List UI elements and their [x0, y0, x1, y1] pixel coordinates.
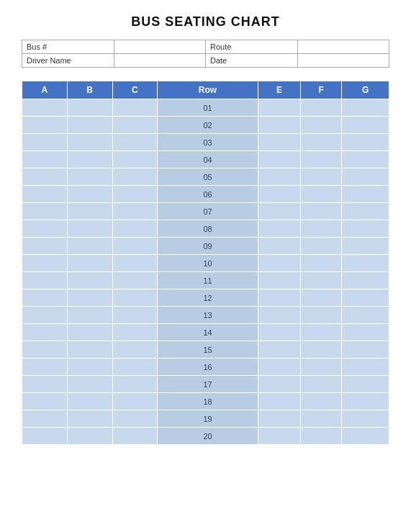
seat-cell-F-20[interactable]	[301, 428, 342, 445]
seat-cell-A-03[interactable]	[22, 134, 68, 151]
seat-cell-E-03[interactable]	[258, 134, 301, 151]
seat-cell-A-05[interactable]	[22, 168, 68, 186]
seat-cell-B-15[interactable]	[67, 341, 112, 359]
seat-cell-G-11[interactable]	[342, 272, 389, 289]
seat-cell-F-01[interactable]	[301, 99, 342, 117]
seat-cell-E-06[interactable]	[258, 186, 301, 203]
seat-cell-F-17[interactable]	[301, 376, 342, 393]
seat-cell-G-13[interactable]	[342, 307, 389, 324]
seat-cell-G-12[interactable]	[342, 289, 389, 307]
seat-cell-C-02[interactable]	[112, 117, 158, 134]
seat-cell-B-19[interactable]	[67, 410, 112, 428]
seat-cell-G-16[interactable]	[342, 359, 389, 376]
seat-cell-E-04[interactable]	[258, 151, 301, 168]
seat-cell-C-05[interactable]	[112, 168, 158, 186]
seat-cell-B-08[interactable]	[67, 220, 112, 238]
seat-cell-A-10[interactable]	[22, 255, 68, 272]
seat-cell-E-17[interactable]	[258, 376, 301, 393]
seat-cell-A-09[interactable]	[22, 238, 68, 255]
seat-cell-A-13[interactable]	[22, 307, 68, 324]
seat-cell-E-07[interactable]	[258, 203, 301, 220]
seat-cell-G-01[interactable]	[342, 99, 389, 117]
seat-cell-B-17[interactable]	[67, 376, 112, 393]
seat-cell-C-15[interactable]	[112, 341, 158, 359]
seat-cell-G-18[interactable]	[342, 393, 389, 410]
seat-cell-C-04[interactable]	[112, 151, 158, 168]
seat-cell-G-05[interactable]	[342, 168, 389, 186]
seat-cell-G-19[interactable]	[342, 410, 389, 428]
seat-cell-A-08[interactable]	[22, 220, 68, 238]
seat-cell-G-10[interactable]	[342, 255, 389, 272]
seat-cell-A-14[interactable]	[22, 324, 68, 341]
seat-cell-F-08[interactable]	[301, 220, 342, 238]
seat-cell-A-20[interactable]	[22, 428, 68, 445]
seat-cell-G-09[interactable]	[342, 238, 389, 255]
seat-cell-G-20[interactable]	[342, 428, 389, 445]
seat-cell-E-15[interactable]	[258, 341, 301, 359]
seat-cell-B-16[interactable]	[67, 359, 112, 376]
seat-cell-C-08[interactable]	[112, 220, 158, 238]
seat-cell-F-09[interactable]	[301, 238, 342, 255]
seat-cell-E-11[interactable]	[258, 272, 301, 289]
seat-cell-A-07[interactable]	[22, 203, 68, 220]
seat-cell-C-12[interactable]	[112, 289, 158, 307]
seat-cell-F-10[interactable]	[301, 255, 342, 272]
seat-cell-A-15[interactable]	[22, 341, 68, 359]
seat-cell-E-08[interactable]	[258, 220, 301, 238]
seat-cell-A-18[interactable]	[22, 393, 68, 410]
seat-cell-B-14[interactable]	[67, 324, 112, 341]
seat-cell-B-10[interactable]	[67, 255, 112, 272]
route-value[interactable]	[297, 40, 389, 54]
seat-cell-C-18[interactable]	[112, 393, 158, 410]
seat-cell-C-01[interactable]	[112, 99, 158, 117]
seat-cell-A-01[interactable]	[22, 99, 68, 117]
seat-cell-A-12[interactable]	[22, 289, 68, 307]
seat-cell-B-05[interactable]	[67, 168, 112, 186]
seat-cell-F-16[interactable]	[301, 359, 342, 376]
seat-cell-B-07[interactable]	[67, 203, 112, 220]
seat-cell-A-17[interactable]	[22, 376, 68, 393]
seat-cell-C-09[interactable]	[112, 238, 158, 255]
seat-cell-C-13[interactable]	[112, 307, 158, 324]
seat-cell-F-19[interactable]	[301, 410, 342, 428]
seat-cell-E-12[interactable]	[258, 289, 301, 307]
seat-cell-E-09[interactable]	[258, 238, 301, 255]
bus-value[interactable]	[114, 40, 206, 54]
seat-cell-E-05[interactable]	[258, 168, 301, 186]
seat-cell-E-14[interactable]	[258, 324, 301, 341]
seat-cell-F-13[interactable]	[301, 307, 342, 324]
seat-cell-C-06[interactable]	[112, 186, 158, 203]
seat-cell-B-04[interactable]	[67, 151, 112, 168]
seat-cell-A-19[interactable]	[22, 410, 68, 428]
seat-cell-A-06[interactable]	[22, 186, 68, 203]
seat-cell-F-06[interactable]	[301, 186, 342, 203]
seat-cell-E-02[interactable]	[258, 117, 301, 134]
seat-cell-C-11[interactable]	[112, 272, 158, 289]
seat-cell-C-03[interactable]	[112, 134, 158, 151]
seat-cell-E-16[interactable]	[258, 359, 301, 376]
seat-cell-C-19[interactable]	[112, 410, 158, 428]
seat-cell-F-05[interactable]	[301, 168, 342, 186]
seat-cell-B-02[interactable]	[67, 117, 112, 134]
seat-cell-A-02[interactable]	[22, 117, 68, 134]
seat-cell-G-03[interactable]	[342, 134, 389, 151]
seat-cell-G-08[interactable]	[342, 220, 389, 238]
seat-cell-A-16[interactable]	[22, 359, 68, 376]
seat-cell-B-13[interactable]	[67, 307, 112, 324]
seat-cell-B-11[interactable]	[67, 272, 112, 289]
seat-cell-G-14[interactable]	[342, 324, 389, 341]
seat-cell-G-07[interactable]	[342, 203, 389, 220]
seat-cell-C-14[interactable]	[112, 324, 158, 341]
seat-cell-F-15[interactable]	[301, 341, 342, 359]
seat-cell-G-06[interactable]	[342, 186, 389, 203]
seat-cell-B-03[interactable]	[67, 134, 112, 151]
seat-cell-E-18[interactable]	[258, 393, 301, 410]
seat-cell-C-10[interactable]	[112, 255, 158, 272]
seat-cell-G-04[interactable]	[342, 151, 389, 168]
seat-cell-E-13[interactable]	[258, 307, 301, 324]
seat-cell-E-01[interactable]	[258, 99, 301, 117]
seat-cell-F-03[interactable]	[301, 134, 342, 151]
seat-cell-B-01[interactable]	[67, 99, 112, 117]
seat-cell-B-12[interactable]	[67, 289, 112, 307]
date-value[interactable]	[297, 54, 389, 68]
